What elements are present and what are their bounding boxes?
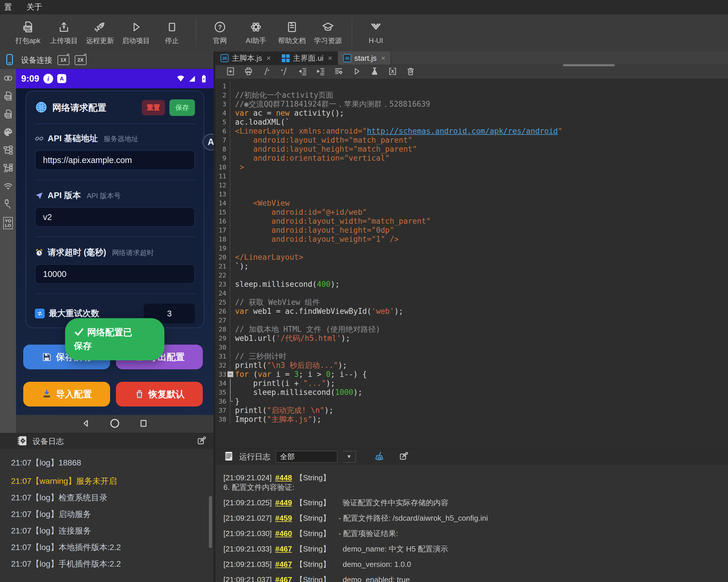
device-side-toolbar: APKXMLHIDYOLO [0, 69, 16, 433]
save-button[interactable]: 保存 [170, 99, 195, 116]
input-api-version[interactable]: v2 [35, 207, 195, 227]
code-line: 28// 加载本地 HTML 文件 (使用绝对路径) [215, 325, 728, 334]
chevron-down-icon[interactable]: ▼ [342, 451, 356, 462]
nav-back-icon[interactable] [81, 419, 90, 429]
runplay-icon[interactable] [352, 67, 361, 77]
log-ref-link[interactable]: #459 [275, 514, 292, 523]
print-icon[interactable] [244, 67, 253, 77]
code-text: > [230, 163, 244, 172]
menu-item-置[interactable]: 置 [4, 2, 12, 12]
toolbar-helpdoc-button[interactable]: 帮助文档 [274, 14, 310, 51]
close-icon[interactable]: × [328, 54, 332, 63]
log-entry: 21:07【log】连接服务 [11, 526, 213, 535]
log-ref-link[interactable]: #460 [275, 529, 292, 538]
open-in-window-icon[interactable] [197, 436, 207, 447]
format-icon[interactable] [334, 67, 343, 77]
run-log-title: 运行日志 [239, 452, 270, 462]
code-text: // 三秒倒计时 [230, 352, 286, 361]
log-filter-select[interactable]: 全部 [276, 451, 337, 462]
code-line: 33for (var i = 3; i > 0; i--) {− [215, 370, 728, 379]
card-header: 网络请求配置 重置 保存 [35, 99, 195, 116]
usb-icon[interactable] [3, 199, 14, 211]
vars-icon[interactable] [388, 67, 397, 77]
scale-1x-button[interactable]: 1X [57, 55, 70, 65]
device-log-header: 设备日志 [0, 433, 213, 449]
toolbar-ai-button[interactable]: AI助手 [238, 14, 274, 51]
editor-toolbar: ** [215, 65, 728, 79]
tab-主脚本.js[interactable]: JS主脚本.js× [215, 51, 276, 65]
tab-start.js[interactable]: JSstart.js× [338, 51, 391, 65]
device-log-title: 设备日志 [32, 436, 64, 447]
newfile-icon[interactable] [226, 67, 235, 77]
input-api-base-url[interactable]: https://api.example.com [35, 150, 195, 170]
log-ref-link[interactable]: #467 [275, 545, 292, 553]
log-entry: 21:07【log】本地插件版本:2.2 [11, 542, 213, 552]
input-timeout[interactable]: 10000 [35, 264, 195, 284]
wifi-icon[interactable] [3, 181, 14, 193]
toolbar-rocket-button[interactable]: 远程更新 [82, 14, 118, 51]
code-text: // 加载本地 HTML 文件 (使用绝对路径) [230, 325, 380, 334]
clear-log-icon[interactable] [374, 451, 385, 462]
log-ref-link[interactable]: #467 [275, 560, 292, 568]
scale-2x-button[interactable]: 2X [75, 55, 86, 65]
hscroll-thumb[interactable] [563, 64, 615, 66]
toolbar-website-button[interactable]: ?官网 [202, 14, 238, 51]
code-text [230, 343, 235, 352]
xml-file-icon[interactable]: XML [3, 109, 14, 121]
toolbar-stop-button[interactable]: 停止 [154, 14, 190, 51]
outdent-icon[interactable] [298, 67, 307, 77]
log-entry: [21:09:21.025]#449【String】 验证配置文件中实际存储的内… [224, 498, 728, 508]
layout-tree-icon[interactable] [3, 145, 14, 157]
svg-text:*: * [281, 68, 283, 73]
close-icon[interactable]: × [266, 54, 271, 63]
nav-recents-icon[interactable] [139, 419, 148, 429]
log-ref-link[interactable]: #449 [275, 498, 292, 507]
field-label: API 基础地址服务器地址 [35, 133, 195, 145]
close-icon[interactable]: × [381, 54, 385, 63]
cleartrash-icon[interactable] [406, 67, 415, 77]
code-editor[interactable]: 12//初始化一个activity页面3//◉交流QQ群711841924群一，… [215, 79, 728, 448]
toolbar-upload-button[interactable]: 上传项目 [46, 14, 82, 51]
nav-home-icon[interactable] [109, 418, 120, 430]
toolbar-play-button[interactable]: 启动项目 [118, 14, 154, 51]
toolbar-apkpkg-button[interactable]: APK打包apk [10, 14, 46, 51]
line-number: 36 [215, 397, 230, 406]
fold-guide [230, 379, 231, 388]
adb-link-icon[interactable] [3, 73, 14, 84]
code-line: 17 android:layout_height="0dp" [215, 226, 728, 235]
js-file-icon: JS [220, 54, 229, 62]
cclose-icon[interactable]: * [280, 67, 289, 77]
code-line: 35 sleep.millisecond(1000); [215, 388, 728, 397]
log-entry: [21:09:21.027]#459【String】- 配置文件路径: /sdc… [224, 513, 728, 523]
apk-file-icon[interactable]: APK [3, 91, 14, 103]
hid-tree-icon[interactable]: HID [3, 163, 14, 175]
toolbar-learn-button[interactable]: 学习资源 [310, 14, 346, 51]
palette-icon[interactable] [3, 127, 14, 138]
stop-icon [165, 21, 178, 33]
line-number: 28 [215, 325, 230, 334]
code-line: 14 <WebView [215, 199, 728, 208]
yolo-icon[interactable]: YOLO [3, 217, 13, 229]
code-text: <WebView [230, 199, 290, 208]
divider [35, 236, 195, 237]
menu-item-关于[interactable]: 关于 [26, 2, 42, 12]
fold-collapse-icon[interactable]: − [228, 371, 233, 377]
code-text: //初始化一个activity页面 [230, 91, 334, 100]
导入配置-button[interactable]: 导入配置 [23, 382, 110, 406]
toolbar-hui-button[interactable]: H-UI [358, 14, 394, 51]
log-ref-link[interactable]: #467 [275, 575, 292, 582]
open-in-window-icon[interactable] [399, 451, 409, 462]
device-connect-title: 设备连接 [21, 55, 52, 66]
rocket-icon [94, 21, 106, 33]
恢复默认-button[interactable]: 恢复默认 [116, 382, 203, 406]
scrollbar-thumb[interactable] [209, 496, 212, 548]
copen-icon[interactable]: * [262, 67, 271, 77]
code-text: android:layout_weight="1" /> [230, 235, 399, 244]
flask-icon[interactable] [370, 67, 380, 77]
tab-主界面.ui[interactable]: 主界面.ui× [276, 51, 338, 65]
reset-button[interactable]: 重置 [142, 100, 165, 116]
log-ref-link[interactable]: #448 [275, 473, 292, 482]
indent-icon[interactable] [316, 67, 326, 77]
line-number: 7 [215, 136, 230, 145]
svg-text:XML: XML [5, 113, 10, 117]
